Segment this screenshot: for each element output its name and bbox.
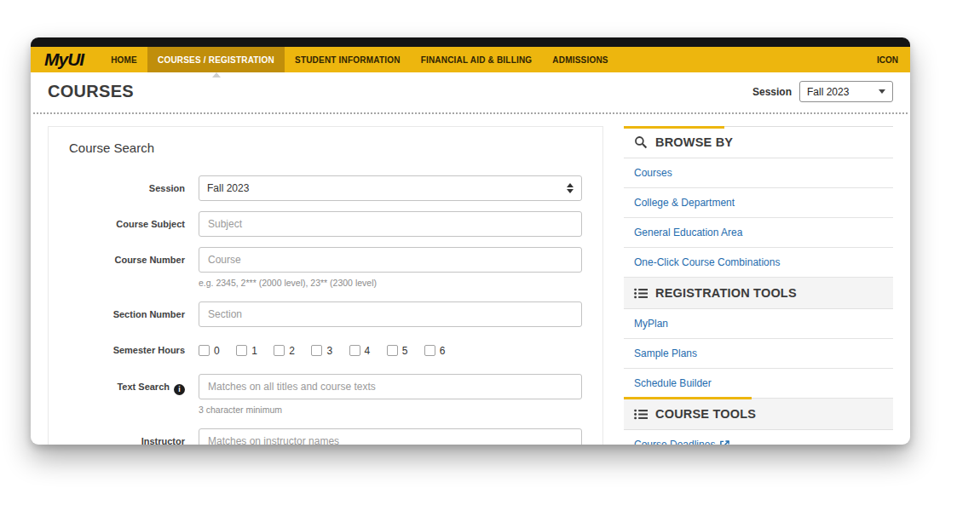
session-picker: Session Fall 2023 xyxy=(752,81,893,102)
sidebar-item-course-deadlines[interactable]: Course Deadlines xyxy=(624,430,893,445)
text-search-label-text: Text Search xyxy=(117,382,170,392)
chevron-down-icon xyxy=(879,89,885,94)
course-search-title: Course Search xyxy=(69,141,582,155)
checkbox-0-label: 0 xyxy=(214,345,220,357)
form-row-course-subject: Course Subject xyxy=(69,211,582,237)
sidebar-item-label: General Education Area xyxy=(634,227,742,238)
page-header: COURSES Session Fall 2023 xyxy=(31,72,910,112)
browse-by-header: BROWSE BY xyxy=(624,127,893,158)
nav-item-home[interactable]: HOME xyxy=(101,47,147,72)
checkbox-5-label: 5 xyxy=(402,345,408,357)
search-icon xyxy=(634,135,648,149)
session-label: Session xyxy=(752,86,792,98)
list-icon xyxy=(634,288,648,299)
course-search-panel: Course Search Session Fall 2023 Course S… xyxy=(48,126,603,445)
registration-tools-title: REGISTRATION TOOLS xyxy=(655,286,797,300)
sidebar-item-general-education-area[interactable]: General Education Area xyxy=(624,218,893,248)
course-number-label: Course Number xyxy=(69,247,199,273)
form-row-section-number: Section Number xyxy=(69,301,582,327)
nav-item-financial-aid-billing[interactable]: FINANCIAL AID & BILLING xyxy=(411,47,543,72)
sidebar-item-label: MyPlan xyxy=(634,318,668,330)
checkbox-6-label: 6 xyxy=(440,345,446,357)
sidebar-item-label: Course Deadlines xyxy=(634,439,715,445)
browse-by-title: BROWSE BY xyxy=(655,135,733,149)
form-row-session: Session Fall 2023 xyxy=(69,175,582,201)
session-field-label: Session xyxy=(69,175,199,201)
sidebar-item-schedule-builder[interactable]: Schedule Builder xyxy=(624,369,893,399)
list-icon xyxy=(634,409,648,420)
nav-item-student-information[interactable]: STUDENT INFORMATION xyxy=(285,47,411,72)
checkbox-1[interactable] xyxy=(236,345,247,356)
sidebar-item-label: Schedule Builder xyxy=(634,377,712,389)
course-tools-header: COURSE TOOLS xyxy=(624,399,893,430)
course-subject-input[interactable] xyxy=(199,211,582,237)
section-number-input[interactable] xyxy=(199,301,582,327)
navbar: MyUI HOME COURSES / REGISTRATION STUDENT… xyxy=(31,47,910,72)
content: Course Search Session Fall 2023 Course S… xyxy=(31,114,910,445)
sidebar-item-college-department[interactable]: College & Department xyxy=(624,188,893,218)
external-link-icon xyxy=(720,440,729,445)
nav-item-admissions[interactable]: ADMISSIONS xyxy=(542,47,618,72)
course-number-helper: e.g. 2345, 2*** (2000 level), 23** (2300… xyxy=(199,278,582,288)
sidebar-item-label: Courses xyxy=(634,167,672,179)
app-window: MyUI HOME COURSES / REGISTRATION STUDENT… xyxy=(31,37,910,445)
info-icon[interactable]: i xyxy=(174,384,185,395)
myui-logo[interactable]: MyUI xyxy=(44,49,84,70)
registration-tools-header: REGISTRATION TOOLS xyxy=(624,278,893,309)
select-updown-icon xyxy=(567,183,574,193)
form-row-instructor: Instructor e.g. xyxy=(69,428,582,445)
window-top-strip xyxy=(31,37,910,47)
checkbox-6[interactable] xyxy=(424,345,435,356)
nav-item-courses-registration[interactable]: COURSES / REGISTRATION xyxy=(147,47,285,72)
semester-hours-checkboxes: 0 1 2 3 4 5 6 xyxy=(199,337,582,364)
sidebar-item-label: Sample Plans xyxy=(634,347,697,359)
session-select[interactable]: Fall 2023 xyxy=(799,81,893,102)
nav-icon-label[interactable]: ICON xyxy=(877,55,898,65)
instructor-input[interactable] xyxy=(199,428,582,445)
session-form-select-value: Fall 2023 xyxy=(207,182,249,194)
semester-hours-label: Semester Hours xyxy=(69,337,199,363)
text-search-helper: 3 character minimum xyxy=(199,405,582,415)
sidebar-item-one-click-course-combinations[interactable]: One-Click Course Combinations xyxy=(624,248,893,278)
nav-items: HOME COURSES / REGISTRATION STUDENT INFO… xyxy=(101,47,619,72)
section-number-label: Section Number xyxy=(69,301,199,327)
checkbox-3[interactable] xyxy=(311,345,322,356)
page-title: COURSES xyxy=(48,82,134,101)
sidebar-item-myplan[interactable]: MyPlan xyxy=(624,309,893,339)
session-select-value: Fall 2023 xyxy=(807,86,849,98)
checkbox-5[interactable] xyxy=(387,345,398,356)
text-search-input[interactable] xyxy=(199,374,582,399)
checkbox-2-label: 2 xyxy=(289,345,295,357)
form-row-text-search: Text Searchi 3 character minimum xyxy=(69,374,582,418)
sidebar-item-sample-plans[interactable]: Sample Plans xyxy=(624,339,893,369)
checkbox-0[interactable] xyxy=(199,345,210,356)
course-subject-label: Course Subject xyxy=(69,211,199,237)
form-row-course-number: Course Number e.g. 2345, 2*** (2000 leve… xyxy=(69,247,582,291)
checkbox-1-label: 1 xyxy=(251,345,257,357)
course-number-input[interactable] xyxy=(199,247,582,273)
checkbox-4-label: 4 xyxy=(365,345,371,357)
sidebar: BROWSE BY Courses College & Department G… xyxy=(624,126,893,445)
sidebar-item-label: One-Click Course Combinations xyxy=(634,256,780,268)
text-search-label: Text Searchi xyxy=(69,374,199,399)
form-row-semester-hours: Semester Hours 0 1 2 3 4 5 6 xyxy=(69,337,582,364)
session-form-select[interactable]: Fall 2023 xyxy=(199,175,582,201)
course-tools-title: COURSE TOOLS xyxy=(655,407,756,421)
checkbox-4[interactable] xyxy=(349,345,360,356)
checkbox-3-label: 3 xyxy=(326,345,332,357)
sidebar-item-label: College & Department xyxy=(634,197,735,209)
checkbox-2[interactable] xyxy=(274,345,285,356)
sidebar-item-courses[interactable]: Courses xyxy=(624,158,893,188)
instructor-label: Instructor xyxy=(69,428,199,445)
